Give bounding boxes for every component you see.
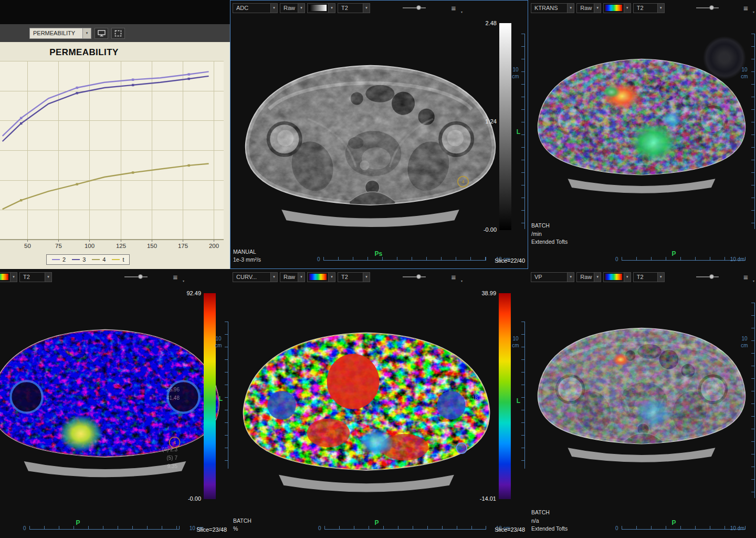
colorbar-max-label: 2.48 xyxy=(486,20,497,26)
horizontal-scale-ruler: 0 10 cm xyxy=(622,257,746,261)
orientation-posterior-label: P xyxy=(76,519,80,526)
rainbow-colormap-swatch xyxy=(605,274,622,280)
mri-workstation: PERMEABILITY ▾ PERMEABILITY 507510012515… xyxy=(0,0,756,538)
vp-menu-button[interactable]: ≡▾ xyxy=(740,272,751,282)
slider-knob[interactable] xyxy=(138,274,143,279)
slice-indicator: Slice=23/48 xyxy=(196,526,227,533)
leftmap-menu-button[interactable]: ≡▾ xyxy=(170,272,181,282)
roi-stats: 25.96 41.48 xyxy=(166,386,180,402)
chevron-down-icon: ▾ xyxy=(183,279,184,283)
vp-blend-slider[interactable] xyxy=(696,276,719,277)
chevron-down-icon: ▾ xyxy=(10,273,17,282)
chart-type-dropdown[interactable]: PERMEABILITY ▾ xyxy=(29,28,91,39)
ruler-zero-label: 0 xyxy=(23,525,26,531)
roi-circle[interactable] xyxy=(456,443,467,453)
vertical-ruler-label: 10 cm xyxy=(510,66,521,80)
slider-knob[interactable] xyxy=(416,274,421,279)
permeability-chart-panel: PERMEABILITY ▾ PERMEABILITY 507510012515… xyxy=(0,0,230,269)
svg-text:150: 150 xyxy=(147,243,157,249)
adc-raw-dropdown[interactable]: Raw▾ xyxy=(280,3,305,13)
batch-info-label: BATCH /min Extended Tofts xyxy=(531,222,568,246)
chevron-down-icon: ▾ xyxy=(270,273,277,282)
roi-stats: 12.9 1.18 xyxy=(468,386,478,402)
ktrans-map-type-dropdown[interactable]: KTRANS▾ xyxy=(531,3,574,13)
chevron-down-icon: ▾ xyxy=(624,4,631,13)
chevron-down-icon: ▾ xyxy=(753,10,754,14)
colorbar-max-label: 38.99 xyxy=(481,290,496,296)
curve-colorbar[interactable]: 38.99 -14.01 xyxy=(499,293,511,499)
vertical-scale-ruler xyxy=(225,322,228,469)
adc-baseimage-dropdown[interactable]: T2▾ xyxy=(338,3,370,13)
slider-knob[interactable] xyxy=(709,5,714,10)
adc-colormap-dropdown[interactable]: ▾ xyxy=(307,3,335,13)
leftmap-colorbar[interactable]: 92.49 -0.00 xyxy=(204,293,216,499)
svg-text:4: 4 xyxy=(173,440,176,445)
orientation-posterior-label: P xyxy=(671,250,676,257)
curve-map-type-dropdown[interactable]: CURV...▾ xyxy=(233,272,278,282)
hamburger-icon: ≡ xyxy=(452,273,456,281)
vp-map-type-dropdown[interactable]: VP▾ xyxy=(531,272,574,282)
mri-image-curve[interactable] xyxy=(233,290,500,500)
adc-blend-slider[interactable] xyxy=(403,7,426,8)
chevron-down-icon: ▾ xyxy=(328,4,335,13)
vp-raw-dropdown[interactable]: Raw▾ xyxy=(576,272,601,282)
rainbow-colormap-swatch xyxy=(605,5,622,11)
units-label: 1e-3 mm²/s xyxy=(233,256,261,264)
vertical-scale-ruler xyxy=(751,34,755,229)
reset-view-button[interactable] xyxy=(111,28,125,39)
colorbar-max-label: 92.49 xyxy=(186,290,201,296)
leftmap-toolbar: ▾ T2▾ ≡▾ xyxy=(3,272,227,282)
mode-units-label: MANUAL 1e-3 mm²/s xyxy=(233,248,261,264)
slider-knob[interactable] xyxy=(416,5,421,10)
curve-raw-dropdown[interactable]: Raw▾ xyxy=(280,272,305,282)
leftmap-colormap-dropdown[interactable]: ▾ xyxy=(0,272,17,282)
chevron-down-icon: ▾ xyxy=(363,273,370,282)
chevron-down-icon: ▾ xyxy=(298,273,304,282)
svg-text:75: 75 xyxy=(55,243,62,249)
adc-map-type-dropdown[interactable]: ADC▾ xyxy=(233,3,278,13)
ruler-zero-label: 0 xyxy=(317,256,320,262)
ruler-zero-label: 0 xyxy=(615,525,618,531)
vp-toolbar: VP▾ Raw▾ ▾ T2▾ ≡▾ xyxy=(531,272,753,282)
svg-text:125: 125 xyxy=(116,243,126,249)
svg-text:100: 100 xyxy=(85,243,94,249)
leftmap-blend-slider[interactable] xyxy=(124,276,148,277)
permeability-plot[interactable]: 5075100125150175200 xyxy=(0,61,224,250)
curve-toolbar: CURV...▾ Raw▾ ▾ T2▾ ≡▾ xyxy=(233,272,526,282)
mri-image-vp[interactable] xyxy=(529,292,754,469)
ktrans-blend-slider[interactable] xyxy=(696,7,719,8)
ruler-length-label: 10 cm xyxy=(730,256,744,262)
viewport-vp: VP▾ Raw▾ ▾ T2▾ ≡▾ 10 cm BATCH n/a Extend… xyxy=(528,269,756,538)
chart-toolbar: PERMEABILITY ▾ xyxy=(0,24,230,42)
slice-indicator: Slice=22/40 xyxy=(495,257,525,264)
curve-baseimage-dropdown[interactable]: T2▾ xyxy=(338,272,370,282)
vp-baseimage-dropdown[interactable]: T2▾ xyxy=(633,272,665,282)
mri-image-colormap[interactable]: 4 xyxy=(0,290,228,484)
horizontal-scale-ruler: 0 10 cm xyxy=(323,257,486,261)
svg-text:4: 4 xyxy=(462,179,465,184)
chevron-down-icon: ▾ xyxy=(567,273,574,282)
mri-image-adc[interactable]: 4 xyxy=(235,22,506,235)
chart-body: PERMEABILITY 5075100125150175200 234t xyxy=(0,42,230,269)
adc-toolbar: ADC▾ Raw▾ ▾ T2▾ ≡▾ xyxy=(233,3,526,13)
ktrans-baseimage-dropdown[interactable]: T2▾ xyxy=(633,3,665,13)
screen-layout-button[interactable] xyxy=(94,28,108,39)
slider-knob[interactable] xyxy=(709,274,714,279)
slice-indicator: Slice=23/48 xyxy=(495,526,525,533)
ktrans-colormap-dropdown[interactable]: ▾ xyxy=(603,3,631,13)
ktrans-menu-button[interactable]: ≡▾ xyxy=(740,3,751,13)
leftmap-baseimage-dropdown[interactable]: T2▾ xyxy=(19,272,52,282)
orientation-posterior-label: Ps xyxy=(374,250,382,257)
legend-item: t xyxy=(112,256,124,263)
curve-colormap-dropdown[interactable]: ▾ xyxy=(307,272,335,282)
curve-menu-button[interactable]: ≡▾ xyxy=(448,272,459,282)
adc-colorbar[interactable]: 2.48 1.24 -0.00 xyxy=(499,23,511,230)
vp-colormap-dropdown[interactable]: ▾ xyxy=(603,272,631,282)
chart-title: PERMEABILITY xyxy=(0,47,168,58)
monitor-icon xyxy=(98,30,106,37)
orientation-posterior-label: P xyxy=(671,519,676,526)
chevron-down-icon: ▾ xyxy=(328,273,335,282)
curve-blend-slider[interactable] xyxy=(403,276,426,277)
adc-menu-button[interactable]: ≡▾ xyxy=(448,3,459,13)
ktrans-raw-dropdown[interactable]: Raw▾ xyxy=(576,3,601,13)
